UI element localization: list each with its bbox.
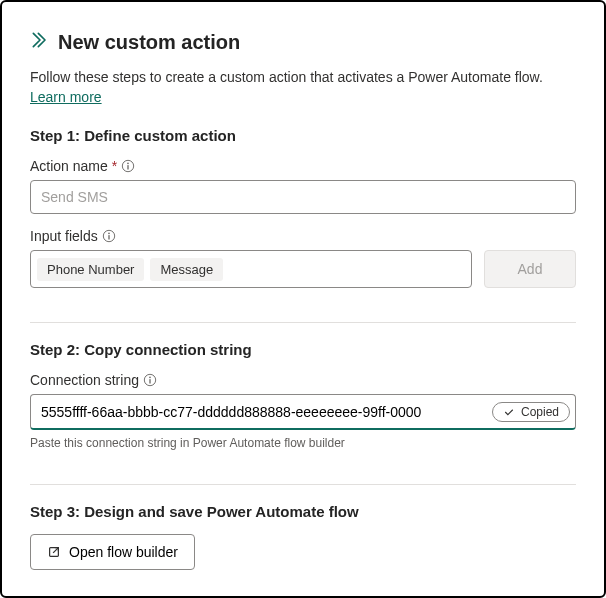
step-2-title: Step 2: Copy connection string: [30, 341, 576, 358]
step-3-title: Step 3: Design and save Power Automate f…: [30, 503, 576, 520]
dialog-header: New custom action: [30, 30, 576, 54]
svg-rect-2: [128, 165, 129, 169]
step-2-section: Step 2: Copy connection string Connectio…: [30, 341, 576, 450]
required-indicator: *: [112, 158, 117, 174]
dialog-footer: Not now Done: [30, 588, 576, 598]
svg-point-7: [149, 377, 151, 379]
info-icon[interactable]: [102, 229, 116, 243]
learn-more-link[interactable]: Learn more: [30, 89, 102, 105]
action-name-input[interactable]: [30, 180, 576, 214]
action-name-label: Action name *: [30, 158, 576, 174]
divider: [30, 322, 576, 323]
svg-rect-5: [108, 235, 109, 239]
input-fields-tags[interactable]: Phone Number Message: [30, 250, 472, 288]
open-external-icon: [47, 545, 61, 559]
tag-message[interactable]: Message: [150, 258, 223, 281]
input-fields-label: Input fields: [30, 228, 576, 244]
step-1-section: Step 1: Define custom action Action name…: [30, 127, 576, 288]
svg-point-1: [127, 163, 129, 165]
info-icon[interactable]: [143, 373, 157, 387]
check-icon: [503, 406, 515, 418]
svg-point-4: [108, 233, 110, 235]
tag-phone-number[interactable]: Phone Number: [37, 258, 144, 281]
new-custom-action-dialog: New custom action Follow these steps to …: [0, 0, 606, 598]
connection-string-helper: Paste this connection string in Power Au…: [30, 436, 576, 450]
action-icon: [30, 30, 50, 54]
info-icon[interactable]: [121, 159, 135, 173]
step-3-section: Step 3: Design and save Power Automate f…: [30, 503, 576, 570]
dialog-title: New custom action: [58, 31, 240, 54]
open-flow-builder-button[interactable]: Open flow builder: [30, 534, 195, 570]
svg-rect-8: [149, 379, 150, 383]
copied-button[interactable]: Copied: [492, 402, 570, 422]
connection-string-label: Connection string: [30, 372, 576, 388]
step-1-title: Step 1: Define custom action: [30, 127, 576, 144]
add-button: Add: [484, 250, 576, 288]
intro-text: Follow these steps to create a custom ac…: [30, 68, 576, 107]
divider: [30, 484, 576, 485]
